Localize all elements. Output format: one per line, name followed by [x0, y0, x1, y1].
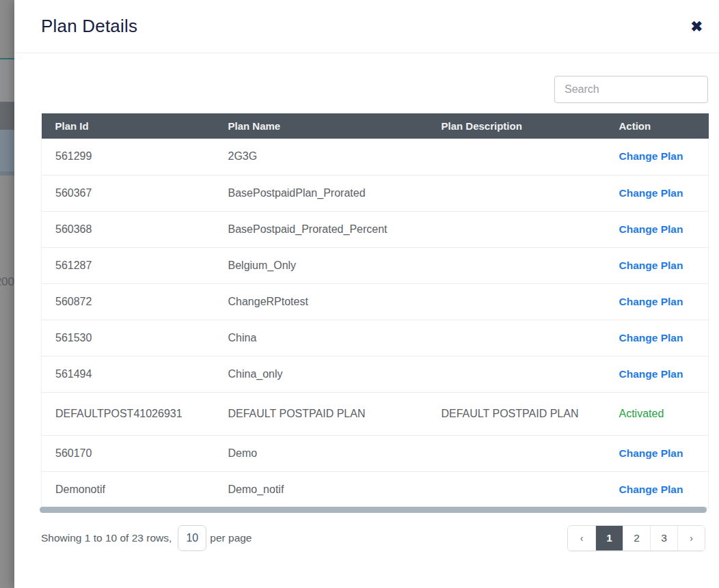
- dimmed-background-page: 200: [0, 0, 14, 588]
- plan-name-cell: BasePostpaidPlan_Prorated: [215, 175, 428, 211]
- plan-id-cell: Demonotif: [42, 471, 215, 507]
- pagination-page-button[interactable]: 2: [623, 526, 650, 550]
- table-row: Demonotif Demo_notif Change Plan: [42, 471, 709, 507]
- background-block: [0, 130, 14, 171]
- plan-action-cell: Change Plan: [606, 435, 709, 471]
- plan-action-cell: Change Plan: [606, 471, 709, 507]
- horizontal-scrollbar[interactable]: [41, 507, 708, 513]
- table-row: 561494 China_only Change Plan: [42, 356, 709, 392]
- plan-id-cell: 560368: [42, 211, 215, 247]
- table-footer: Showing 1 to 10 of 23 rows, 10 per page …: [41, 525, 708, 551]
- plan-id-cell: DEFAULTPOST41026931: [42, 392, 215, 435]
- plan-id-cell: 561299: [42, 139, 215, 175]
- plan-action-cell: Change Plan: [606, 356, 709, 392]
- background-block: [0, 102, 14, 130]
- plan-name-cell: China: [215, 320, 428, 356]
- col-header-plan-description: Plan Description: [428, 113, 606, 139]
- plan-details-modal: Plan Details ✖ Plan Id Plan Name Plan De…: [14, 0, 719, 588]
- change-plan-link[interactable]: Change Plan: [619, 332, 683, 344]
- change-plan-link[interactable]: Change Plan: [619, 368, 683, 380]
- pagination: ‹123›: [567, 525, 705, 551]
- background-block: [0, 0, 14, 58]
- change-plan-link[interactable]: Change Plan: [619, 223, 683, 235]
- plan-id-cell: 560872: [42, 283, 215, 320]
- plan-action-cell: Change Plan: [606, 211, 709, 247]
- pagination-page-button[interactable]: 3: [650, 526, 677, 550]
- change-plan-link[interactable]: Change Plan: [619, 447, 683, 459]
- plan-name-cell: ChangeRPtotest: [215, 283, 428, 320]
- page-title: Plan Details: [41, 16, 688, 37]
- close-icon[interactable]: ✖: [688, 18, 705, 35]
- plan-description-cell: [428, 175, 606, 211]
- change-plan-link[interactable]: Change Plan: [619, 484, 683, 495]
- plan-action-cell: Activated: [606, 392, 709, 435]
- plan-description-cell: [428, 356, 606, 392]
- table-row: 561299 2G3G Change Plan: [42, 139, 709, 175]
- search-row: [41, 76, 708, 103]
- plan-name-cell: Demo_notif: [215, 471, 428, 507]
- plan-id-cell: 561494: [42, 356, 215, 392]
- change-plan-link[interactable]: Change Plan: [619, 296, 683, 307]
- background-block: 200: [0, 176, 14, 588]
- page-size-dropdown[interactable]: 10: [178, 525, 206, 551]
- plan-action-cell: Change Plan: [606, 247, 709, 283]
- table-row: 560368 BasePostpaid_Prorated_Percent Cha…: [42, 211, 709, 247]
- plan-description-cell: DEFAULT POSTPAID PLAN: [428, 392, 606, 435]
- per-page-text: per page: [210, 532, 252, 544]
- plan-description-cell: [428, 211, 606, 247]
- plan-id-cell: 561530: [42, 320, 215, 356]
- plan-name-cell: BasePostpaid_Prorated_Percent: [215, 211, 428, 247]
- plan-action-cell: Change Plan: [606, 320, 709, 356]
- plan-id-cell: 561287: [42, 247, 215, 283]
- plans-table: Plan Id Plan Name Plan Description Actio…: [41, 113, 709, 508]
- plan-name-cell: Demo: [215, 435, 428, 471]
- pagination-prev-button[interactable]: ‹: [568, 526, 595, 550]
- table-row: DEFAULTPOST41026931 DEFAULT POSTPAID PLA…: [42, 392, 709, 435]
- plan-name-cell: DEFAULT POSTPAID PLAN: [215, 392, 428, 435]
- showing-text: Showing 1 to 10 of 23 rows,: [41, 532, 172, 544]
- status-label: Activated: [619, 408, 664, 419]
- plan-id-cell: 560367: [42, 175, 215, 211]
- table-header-row: Plan Id Plan Name Plan Description Actio…: [42, 113, 709, 139]
- table-row: 560872 ChangeRPtotest Change Plan: [42, 283, 709, 320]
- change-plan-link[interactable]: Change Plan: [619, 260, 683, 271]
- page-size-controls: Showing 1 to 10 of 23 rows, 10 per page: [41, 525, 252, 551]
- background-block: [0, 59, 14, 102]
- scrollbar-thumb[interactable]: [40, 507, 707, 513]
- table-row: 561287 Belgium_Only Change Plan: [42, 247, 709, 283]
- plan-description-cell: [428, 320, 606, 356]
- plan-name-cell: 2G3G: [215, 139, 428, 175]
- plan-description-cell: [428, 247, 606, 283]
- modal-body: Plan Id Plan Name Plan Description Actio…: [14, 53, 719, 551]
- plan-id-cell: 560170: [42, 435, 215, 471]
- plan-description-cell: [428, 435, 606, 471]
- background-axis-label: 200: [0, 275, 14, 289]
- table-row: 560170 Demo Change Plan: [42, 435, 709, 471]
- plan-description-cell: [428, 139, 606, 175]
- table-row: 560367 BasePostpaidPlan_Prorated Change …: [42, 175, 709, 211]
- modal-header: Plan Details ✖: [14, 0, 719, 53]
- plan-name-cell: Belgium_Only: [215, 247, 428, 283]
- change-plan-link[interactable]: Change Plan: [619, 187, 683, 199]
- search-input[interactable]: [554, 76, 708, 103]
- col-header-action: Action: [606, 113, 709, 139]
- plan-action-cell: Change Plan: [606, 283, 709, 320]
- plan-description-cell: [428, 283, 606, 320]
- table-row: 561530 China Change Plan: [42, 320, 709, 356]
- plan-action-cell: Change Plan: [606, 175, 709, 211]
- col-header-plan-id: Plan Id: [42, 113, 215, 139]
- change-plan-link[interactable]: Change Plan: [619, 150, 683, 162]
- pagination-next-button[interactable]: ›: [677, 526, 705, 550]
- col-header-plan-name: Plan Name: [215, 113, 428, 139]
- pagination-page-button[interactable]: 1: [595, 526, 623, 550]
- plan-description-cell: [428, 471, 606, 507]
- plan-action-cell: Change Plan: [606, 139, 709, 175]
- plan-name-cell: China_only: [215, 356, 428, 392]
